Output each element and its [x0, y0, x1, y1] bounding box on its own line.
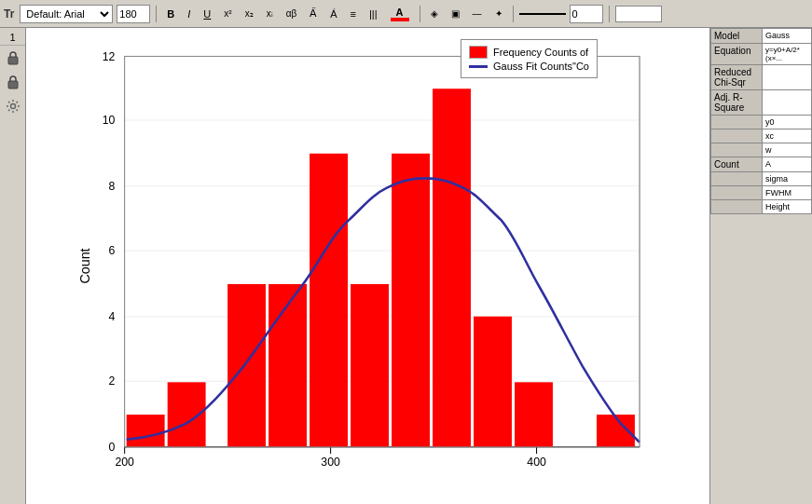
stats-row-chi: Reduced Chi-Sqr	[711, 65, 812, 90]
stats-label-xc	[711, 129, 763, 143]
legend-line-gauss	[469, 65, 488, 68]
stats-label-rsquare: Adj. R-Square	[711, 90, 763, 116]
stats-row-sigma: sigma	[711, 172, 812, 186]
stats-value-w: w	[763, 143, 812, 157]
svg-text:8: 8	[109, 180, 116, 193]
symbol-button[interactable]: xᵢ	[262, 7, 278, 20]
stats-row-rsquare: Adj. R-Square	[711, 90, 812, 116]
svg-text:10: 10	[103, 114, 116, 127]
stats-row-height: Height	[711, 200, 812, 214]
left-sidebar: 1	[0, 28, 26, 504]
stats-value-fwhm: FWHM	[763, 186, 812, 200]
legend-rect-frequency	[469, 46, 488, 59]
color-swatch	[615, 6, 662, 22]
separator-4	[609, 6, 610, 22]
area-color-button[interactable]: ▣	[447, 7, 464, 20]
align-button[interactable]: ≡	[346, 7, 361, 21]
chart-svg: Count 0 2 4 6 8 10 12	[35, 37, 700, 495]
legend-item-frequency: Frequency Counts of	[469, 46, 589, 59]
bar-1	[127, 415, 165, 447]
stats-label-count: Count	[711, 157, 763, 172]
separator-1	[156, 6, 157, 22]
stats-row-equation: Equation y=y0+A/2*(x×...	[711, 44, 812, 65]
svg-text:2: 2	[109, 375, 116, 388]
stats-label-sigma	[711, 172, 763, 186]
svg-rect-1	[8, 81, 18, 89]
stats-value-chi	[763, 65, 812, 90]
stats-value-sigma: sigma	[763, 172, 812, 186]
stats-row-count: Count A	[711, 157, 812, 172]
stats-label-equation: Equation	[711, 44, 763, 65]
stats-label-w	[711, 143, 763, 157]
separator-3	[513, 6, 514, 22]
line-color-button[interactable]: —	[468, 7, 487, 20]
stats-label-y0	[711, 116, 763, 129]
chart-container: Frequency Counts of Gauss Fit Counts"Co …	[26, 28, 709, 504]
y-axis-label: Count	[77, 248, 92, 283]
svg-text:0: 0	[109, 441, 116, 454]
stats-row-xc: xc	[711, 129, 812, 143]
toolbar: Tr Default: Arial B I U x² x₂ xᵢ αβ A̋ Á…	[0, 0, 812, 28]
line-style-preview	[519, 13, 566, 15]
italic-button[interactable]: I	[183, 7, 195, 21]
main-area: 1 Frequency Counts of	[0, 28, 812, 504]
bold-button[interactable]: B	[162, 7, 179, 21]
svg-text:6: 6	[109, 244, 116, 257]
stats-label-model: Model	[711, 29, 763, 44]
stats-value-xc: xc	[763, 129, 812, 143]
svg-text:300: 300	[321, 456, 340, 469]
symbol-color-button[interactable]: ✦	[490, 7, 507, 20]
font-selector[interactable]: Default: Arial	[20, 5, 113, 23]
line-width-input[interactable]	[570, 5, 603, 23]
gear-icon[interactable]	[3, 96, 23, 116]
stats-table: Model Gauss Equation y=y0+A/2*(x×... Red…	[710, 28, 812, 214]
bar-10	[515, 382, 553, 447]
bar-6	[351, 284, 389, 447]
bar-5	[310, 154, 348, 447]
bar-9	[474, 317, 512, 447]
bar-3	[227, 284, 266, 447]
stats-row-fwhm: FWHM	[711, 186, 812, 200]
stats-label-height	[711, 200, 763, 214]
stats-value-y0: y0	[763, 116, 812, 129]
bar-4	[268, 284, 307, 447]
svg-text:4: 4	[109, 310, 116, 323]
bar-7	[392, 154, 430, 447]
legend-label-frequency: Frequency Counts of	[493, 47, 588, 58]
font-size-input[interactable]	[117, 5, 150, 23]
legend-item-gauss: Gauss Fit Counts"Co	[469, 61, 589, 72]
svg-text:12: 12	[103, 50, 116, 63]
row-number: 1	[0, 30, 25, 46]
bar-8	[433, 89, 471, 447]
stats-row-w: w	[711, 143, 812, 157]
alpha-button[interactable]: αβ	[282, 7, 302, 20]
superscript-button[interactable]: x²	[219, 7, 236, 20]
fill-color-button[interactable]: ◈	[426, 7, 443, 20]
stats-row-y0: y0	[711, 116, 812, 129]
stats-row-model: Model Gauss	[711, 29, 812, 44]
stats-panel: Model Gauss Equation y=y0+A/2*(x×... Red…	[709, 28, 812, 504]
format-a2-button[interactable]: Á	[325, 7, 341, 21]
stats-label-chi: Reduced Chi-Sqr	[711, 65, 763, 90]
svg-rect-0	[8, 57, 18, 64]
format-a-button[interactable]: A̋	[305, 6, 322, 21]
stats-label-fwhm	[711, 186, 763, 200]
subscript-button[interactable]: x₂	[241, 7, 258, 20]
stats-value-rsquare	[763, 90, 812, 116]
separator-2	[420, 6, 420, 22]
svg-text:400: 400	[527, 456, 546, 469]
stats-value-equation: y=y0+A/2*(x×...	[763, 44, 812, 65]
svg-text:200: 200	[115, 456, 134, 469]
svg-point-2	[10, 104, 15, 109]
lock-icon-1[interactable]	[3, 48, 23, 68]
stats-value-model: Gauss	[763, 29, 812, 44]
toolbar-font-icon: Tr	[4, 7, 14, 20]
stats-value-count-a: A	[763, 157, 812, 172]
color-a-button[interactable]: A	[386, 5, 414, 23]
lock-icon-2[interactable]	[3, 72, 23, 92]
indent-button[interactable]: |||	[365, 7, 382, 21]
underline-button[interactable]: U	[199, 7, 215, 21]
chart-legend: Frequency Counts of Gauss Fit Counts"Co	[461, 39, 598, 78]
stats-value-height: Height	[763, 200, 812, 214]
legend-label-gauss: Gauss Fit Counts"Co	[493, 61, 589, 72]
